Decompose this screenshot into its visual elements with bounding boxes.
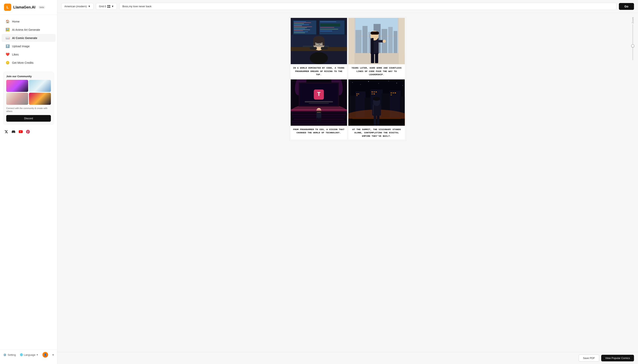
pinterest-icon[interactable] [26,130,30,134]
prompt-input[interactable] [119,3,616,10]
grid-selector[interactable]: Grid 0 ▼ [96,3,117,10]
zoom-track[interactable] [632,24,633,60]
youtube-icon[interactable] [18,130,23,134]
svg-rect-67 [293,123,345,125]
svg-rect-98 [358,94,359,94]
gear-icon: ⚙️ [3,353,6,356]
svg-rect-97 [356,94,358,94]
svg-rect-46 [394,31,397,54]
svg-rect-52 [370,32,379,34]
panel-caption-4: At the summit, the visionary stands alon… [348,126,405,140]
sidebar-item-upload[interactable]: ⬆️ Upload Image [2,42,56,50]
community-grid [6,80,51,105]
community-thumb-1[interactable] [6,80,28,92]
expand-icon[interactable]: ▾ [52,353,54,357]
svg-point-84 [360,84,361,85]
comic-grid: In a world dominated by code, a young pr… [290,17,406,141]
community-thumb-3[interactable] [6,93,28,105]
svg-rect-18 [320,24,340,26]
view-popular-button[interactable]: View Popular Comics [601,355,634,362]
svg-rect-105 [390,92,392,93]
svg-rect-13 [294,32,308,32]
logo-area[interactable]: L LlamaGen.AI beta [0,0,57,15]
main-content: American (modern) ▼ Grid 0 ▼ Go [57,0,638,364]
style-dropdown-button[interactable]: American (modern) ▼ [61,3,94,10]
discord-icon[interactable] [11,130,16,134]
nav-menu: 🏠 Home 🖼️ AI Anime Art Generate 📖 AI Com… [0,15,57,70]
svg-rect-14 [294,32,305,33]
sidebar-item-credits[interactable]: 🪙 Get More Credits [2,59,56,66]
discord-button[interactable]: Discord [6,115,51,122]
svg-rect-3 [294,22,306,22]
svg-rect-49 [399,18,405,64]
svg-rect-99 [356,95,358,96]
community-desc: Connect with the community & create with… [6,107,51,113]
svg-rect-100 [372,92,373,92]
svg-text:T: T [317,91,320,97]
grid-layout-icon [108,5,110,8]
svg-rect-10 [294,28,305,29]
setting-item[interactable]: ⚙️ Setting [3,353,16,356]
user-avatar[interactable]: 👤 [42,352,48,358]
chevron-down-icon: ▼ [112,5,114,8]
svg-rect-32 [310,47,317,50]
svg-rect-74 [305,101,333,102]
community-thumb-2[interactable] [29,80,51,92]
svg-rect-118 [373,104,374,115]
language-icon: 🌐 [20,353,23,356]
svg-rect-79 [319,118,321,122]
sidebar-item-ai-comic[interactable]: 📖 AI Comic Generate [2,34,56,42]
svg-rect-20 [320,29,338,29]
panel-caption-2: Years later, hard work and countless lin… [348,64,405,78]
svg-rect-102 [376,92,377,92]
svg-point-83 [352,82,352,83]
zoom-control: Zoom [632,17,634,60]
social-icons-row [0,127,57,136]
home-icon: 🏠 [6,20,10,23]
sidebar-item-ai-anime[interactable]: 🖼️ AI Anime Art Generate [2,26,56,34]
svg-rect-113 [374,115,376,126]
svg-point-57 [382,40,386,43]
svg-point-88 [396,83,397,83]
panel-image-3: T [290,80,347,126]
panel-image-1 [290,18,347,64]
language-item[interactable]: 🌐 Language ▼ [20,353,38,356]
upload-icon: ⬆️ [6,44,10,48]
language-label: Language [24,353,36,356]
chevron-down-icon: ▼ [88,5,90,8]
svg-rect-101 [374,92,375,92]
comic-icon: 📖 [6,36,10,40]
svg-rect-6 [294,24,309,25]
style-label: American (modern) [64,5,87,8]
sidebar-item-home[interactable]: 🏠 Home [2,18,56,25]
svg-rect-4 [294,22,311,23]
canvas-area: In a world dominated by code, a young pr… [57,13,638,352]
svg-point-87 [388,81,389,81]
beta-badge: beta [38,6,45,9]
svg-point-86 [378,83,379,84]
svg-point-24 [310,52,328,64]
twitter-icon[interactable] [4,130,8,134]
svg-rect-111 [348,118,405,119]
svg-rect-103 [372,94,373,94]
style-selector[interactable]: American (modern) ▼ [61,3,94,10]
panel-image-2 [348,18,405,64]
community-thumb-4[interactable] [29,93,51,105]
svg-rect-48 [348,18,354,64]
svg-rect-108 [390,94,392,95]
svg-rect-55 [375,53,378,63]
go-button[interactable]: Go [619,3,634,10]
svg-rect-78 [317,118,318,122]
sidebar-item-ai-comic-label: AI Comic Generate [12,36,37,40]
svg-rect-40 [356,30,362,54]
sidebar-item-ai-anime-label: AI Anime Art Generate [12,28,40,31]
grid-label: Grid 0 [99,5,106,8]
sidebar-item-likes[interactable]: ❤️ Likes [2,50,56,58]
svg-rect-11 [294,30,310,30]
zoom-thumb[interactable] [631,44,634,48]
svg-rect-9 [294,28,307,28]
svg-rect-54 [371,53,374,63]
panel-caption-3: From programmer to CEO, a vision that ch… [290,126,347,136]
save-pdf-button[interactable]: Save PDF [579,354,599,362]
svg-rect-7 [294,26,302,26]
